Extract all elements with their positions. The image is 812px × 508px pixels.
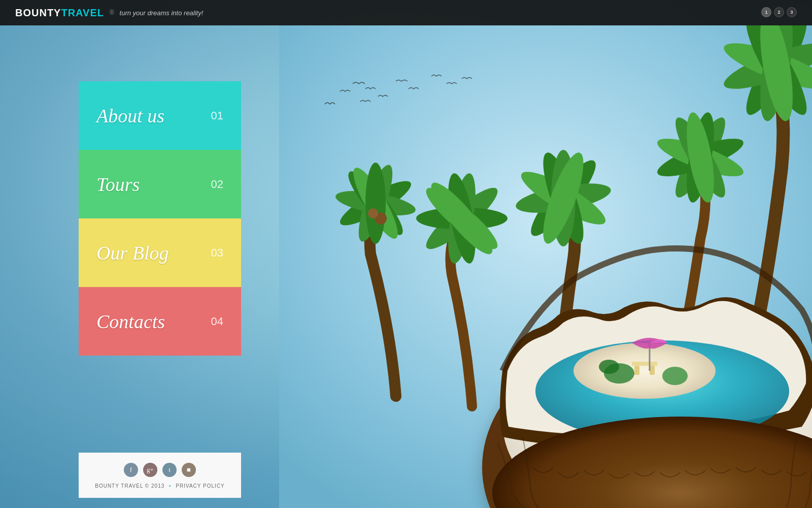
- logo-tagline: turn your dreams into reality!: [120, 9, 204, 17]
- menu-label-about: About us: [96, 105, 164, 127]
- page-dot-3[interactable]: 3: [787, 7, 797, 17]
- svg-rect-39: [634, 366, 639, 375]
- menu-item-contacts[interactable]: Contacts 04: [79, 287, 241, 356]
- social-rss-icon[interactable]: ■: [182, 463, 196, 477]
- pagination: 1 2 3: [761, 7, 797, 17]
- menu-number-blog: 03: [211, 246, 223, 260]
- menu-number-contacts: 04: [211, 315, 223, 328]
- menu-number-tours: 02: [211, 178, 223, 191]
- svg-point-8: [368, 208, 378, 218]
- menu-item-tours[interactable]: Tours 02: [79, 150, 241, 218]
- social-twitter-icon[interactable]: t: [162, 463, 177, 477]
- logo: BOUNTY TRAVEL ® turn your dreams into re…: [15, 7, 203, 19]
- social-icons: f g+ t ■: [91, 463, 228, 477]
- footer-box: f g+ t ■ BOUNTY TRAVEL © 2013 • PRIVACY …: [79, 453, 241, 498]
- menu-number-about: 01: [211, 109, 223, 122]
- menu-label-tours: Tours: [96, 173, 140, 196]
- scene-svg: [279, 25, 812, 508]
- menu-item-about[interactable]: About us 01: [79, 81, 241, 150]
- page-dot-2[interactable]: 2: [774, 7, 784, 17]
- menu-label-blog: Our Blog: [96, 242, 169, 264]
- logo-symbol: ®: [109, 9, 115, 17]
- svg-rect-38: [632, 362, 657, 366]
- menu-label-contacts: Contacts: [96, 310, 165, 333]
- page-dot-1[interactable]: 1: [761, 7, 771, 17]
- main-visual: [279, 25, 812, 508]
- footer-text: BOUNTY TRAVEL © 2013 • PRIVACY POLICY: [91, 483, 228, 489]
- logo-bounty: BOUNTY: [15, 7, 61, 19]
- header: BOUNTY TRAVEL ® turn your dreams into re…: [0, 0, 812, 25]
- footer-copyright: BOUNTY TRAVEL © 2013: [95, 483, 164, 489]
- svg-point-43: [662, 367, 688, 385]
- svg-point-6: [365, 163, 386, 244]
- sidebar-menu: About us 01 Tours 02 Our Blog 03 Contact…: [79, 81, 241, 356]
- svg-point-37: [573, 343, 716, 399]
- menu-item-blog[interactable]: Our Blog 03: [79, 218, 241, 287]
- social-facebook-icon[interactable]: f: [124, 463, 138, 477]
- svg-point-44: [599, 360, 619, 374]
- footer-separator: •: [169, 483, 172, 489]
- footer-privacy[interactable]: PRIVACY POLICY: [176, 483, 224, 489]
- logo-travel: TRAVEL: [61, 7, 104, 19]
- social-google-icon[interactable]: g+: [143, 463, 157, 477]
